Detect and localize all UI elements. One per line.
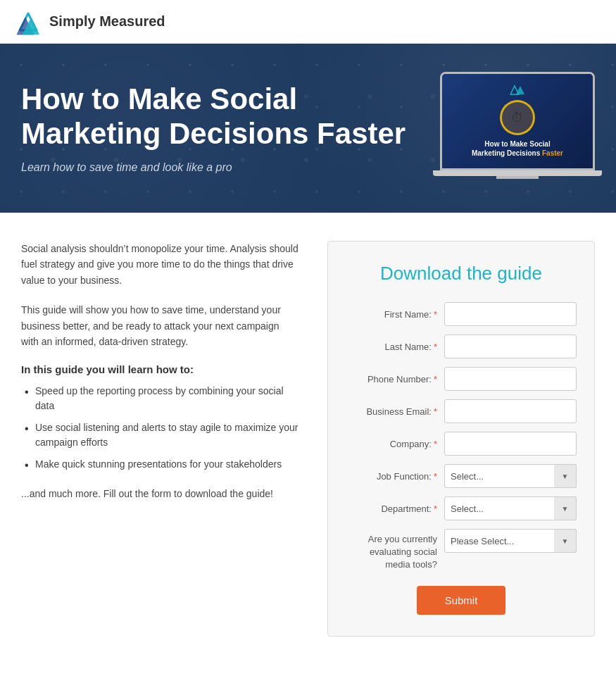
first-name-row: First Name:*: [346, 302, 577, 326]
phone-input[interactable]: [444, 367, 577, 391]
email-row: Business Email:*: [346, 399, 577, 423]
form-title: Download the guide: [346, 263, 577, 284]
job-function-label: Job Function:*: [346, 471, 444, 482]
left-column: Social analysis shouldn’t monopolize you…: [21, 241, 299, 637]
email-input[interactable]: [444, 399, 577, 423]
job-function-select[interactable]: Select...: [444, 464, 577, 488]
cta-text: ...and much more. Fill out the form to d…: [21, 486, 299, 501]
first-name-input[interactable]: [444, 302, 577, 326]
department-row: Department:* Select... ▼: [346, 496, 577, 520]
department-select-wrapper: Select... ▼: [444, 496, 577, 520]
laptop-base: [433, 170, 602, 176]
hero-text: How to Make Social Marketing Decisions F…: [21, 82, 408, 174]
company-row: Company:*: [346, 432, 577, 456]
clock-icon: ⏱: [511, 111, 524, 125]
hero-title: How to Make Social Marketing Decisions F…: [21, 82, 408, 151]
screen-circle: ⏱: [500, 100, 535, 135]
department-select[interactable]: Select...: [444, 496, 577, 520]
screen-title: How to Make SocialMarketing Decisions Fa…: [472, 139, 563, 158]
hero-image: ⏱ How to Make SocialMarketing Decisions …: [440, 72, 595, 184]
social-tools-row: Are you currently evaluating social medi…: [346, 529, 577, 572]
hero-subtitle: Learn how to save time and look like a p…: [21, 161, 408, 174]
laptop-mockup: ⏱ How to Make SocialMarketing Decisions …: [440, 72, 595, 184]
right-column: Download the guide First Name:* Last Nam…: [327, 241, 595, 637]
laptop-stand: [496, 176, 539, 179]
job-function-row: Job Function:* Select... ▼: [346, 464, 577, 488]
logo-text: Simply Measured: [49, 13, 165, 30]
social-tools-select[interactable]: Please Select...: [444, 529, 577, 553]
logo-container: Simply Measured: [14, 8, 165, 36]
paragraph-2: This guide will show you how to save tim…: [21, 302, 299, 349]
list-item: Speed up the reporting process by combin…: [21, 384, 299, 413]
last-name-row: Last Name:*: [346, 334, 577, 358]
laptop-screen: ⏱ How to Make SocialMarketing Decisions …: [440, 72, 595, 170]
hero-section: How to Make Social Marketing Decisions F…: [0, 44, 616, 213]
social-tools-label: Are you currently evaluating social medi…: [346, 529, 444, 572]
job-function-select-wrapper: Select... ▼: [444, 464, 577, 488]
screen-logo: [472, 85, 563, 97]
bullet-list: Speed up the reporting process by combin…: [21, 384, 299, 472]
email-label: Business Email:*: [346, 406, 444, 417]
company-input[interactable]: [444, 432, 577, 456]
form-container: Download the guide First Name:* Last Nam…: [327, 241, 595, 637]
paragraph-1: Social analysis shouldn’t monopolize you…: [21, 241, 299, 288]
page-header: Simply Measured: [0, 0, 616, 44]
submit-row: Submit: [346, 586, 577, 615]
phone-label: Phone Number:*: [346, 374, 444, 384]
last-name-label: Last Name:*: [346, 342, 444, 352]
section-title: In this guide you will learn how to:: [21, 363, 299, 375]
phone-row: Phone Number:*: [346, 367, 577, 391]
screen-content: ⏱ How to Make SocialMarketing Decisions …: [472, 85, 563, 158]
submit-button[interactable]: Submit: [417, 586, 506, 615]
logo-icon: [14, 8, 42, 36]
list-item: Use social listening and alerts to stay …: [21, 420, 299, 450]
list-item: Make quick stunning presentations for yo…: [21, 457, 299, 472]
department-label: Department:*: [346, 504, 444, 514]
social-tools-select-wrapper: Please Select... ▼: [444, 529, 577, 553]
last-name-input[interactable]: [444, 334, 577, 358]
company-label: Company:*: [346, 439, 444, 449]
main-content: Social analysis shouldn’t monopolize you…: [0, 213, 616, 665]
first-name-label: First Name:*: [346, 309, 444, 320]
